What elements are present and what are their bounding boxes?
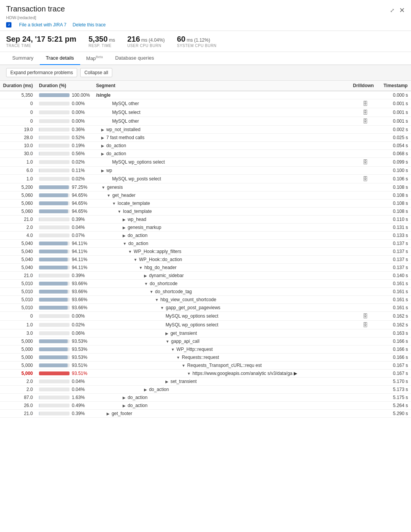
expand-arrow-icon[interactable]: ▶ (123, 404, 127, 408)
pct-text: 0.00% (72, 118, 85, 124)
expand-arrow-icon[interactable]: ▶ (101, 152, 105, 156)
expand-arrow-icon[interactable]: ▶ (107, 412, 111, 416)
expand-arrow-icon[interactable]: ▶ (101, 144, 105, 148)
duration-ms: 0 (0, 99, 36, 108)
expand-arrow-icon[interactable]: ▶ (165, 331, 170, 336)
collapse-arrow-icon[interactable]: ▼ (117, 209, 122, 214)
segment: /single (93, 91, 350, 99)
expand-arrow-icon[interactable]: ▶ (165, 380, 170, 384)
segment-text: locate_template (118, 201, 150, 206)
drilldown-icon[interactable]: 🗄 (362, 313, 368, 319)
pct-text: 0.02% (72, 176, 85, 182)
drilldown[interactable]: 🗄 (350, 117, 380, 126)
timestamp: 0.163 s (380, 329, 411, 337)
drilldown-icon[interactable]: 🗄 (362, 159, 368, 165)
drilldown-icon[interactable]: 🗄 (362, 176, 368, 182)
duration-ms: 21.0 (0, 272, 36, 280)
collapse-arrow-icon[interactable]: ▼ (139, 266, 144, 270)
expand-arrow-icon[interactable]: ▶ (123, 396, 127, 400)
duration-pct: 93.66% (36, 288, 93, 296)
tab-trace-details[interactable]: Trace details (40, 52, 80, 65)
expand-arrow-icon[interactable]: ▶ (101, 136, 105, 140)
timestamp: 0.002 s (380, 126, 411, 134)
collapse-arrow-icon[interactable]: ▼ (107, 193, 112, 198)
pct-text: 0.56% (72, 151, 85, 156)
timestamp: 5.175 s (380, 394, 411, 402)
metric-label-user-cpu: USER CPU BURN (127, 44, 165, 48)
pct-text: 0.07% (72, 233, 85, 238)
segment-text: Requests::request (182, 355, 219, 360)
collapse-arrow-icon[interactable]: ▼ (133, 258, 138, 262)
segment-text: wp (106, 168, 112, 173)
drilldown[interactable]: 🗄 (350, 175, 380, 183)
timestamp: 0.162 s (380, 312, 411, 321)
collapse-arrow-icon[interactable]: ▼ (144, 282, 149, 286)
duration-bar (39, 266, 68, 269)
segment: ▶ genesis_markup (93, 224, 350, 232)
action-delete[interactable]: Delete this trace (73, 22, 106, 28)
drilldown[interactable]: 🗄 (350, 108, 380, 117)
expand-arrow-icon[interactable]: ▶ (123, 225, 127, 230)
drilldown-icon[interactable]: 🗄 (362, 109, 368, 115)
timestamp: 0.137 s (380, 256, 411, 264)
segment: ▼ gapp_api_call (93, 337, 350, 345)
drilldown[interactable]: 🗄 (350, 99, 380, 108)
expand-arrow-icon[interactable]: ▶ (101, 169, 105, 173)
collapse-arrow-icon[interactable]: ▼ (112, 201, 117, 206)
collapse-arrow-icon[interactable]: ▼ (155, 298, 160, 302)
collapse-arrow-icon[interactable]: ▼ (187, 371, 192, 376)
table-row: 5,04094.11%▼ do_action0.137 s (0, 240, 411, 248)
close-button[interactable]: ✕ (399, 6, 405, 15)
expand-arrow-icon[interactable]: ▶ (101, 128, 105, 132)
metric-unit-sys-cpu: ms (1.12%) (185, 37, 210, 43)
timestamp: 5.290 s (380, 410, 411, 418)
collapse-arrow-icon[interactable]: ▼ (149, 290, 154, 294)
drilldown-icon[interactable]: 🗄 (362, 322, 368, 328)
drilldown[interactable]: 🗄 (350, 158, 380, 167)
collapse-all-button[interactable]: Collapse all (80, 68, 112, 77)
metric-trace-time: Sep 24, '17 5:21 pmTRACE TIME (6, 35, 76, 48)
duration-pct: 0.39% (36, 216, 93, 224)
expand-arrow-icon[interactable]: ▶ (144, 388, 148, 392)
duration-bar (39, 258, 68, 261)
collapse-arrow-icon[interactable]: ▼ (165, 339, 170, 344)
action-jira[interactable]: File a ticket with JIRA 7 (19, 22, 66, 28)
collapse-arrow-icon[interactable]: ▼ (123, 242, 128, 246)
pct-text: 93.53% (72, 347, 87, 352)
segment: ▶ get_transient (93, 329, 350, 337)
duration-ms: 28.0 (0, 134, 36, 142)
expand-performance-button[interactable]: Expand performance problems (6, 68, 77, 77)
tab-database[interactable]: Database queries (109, 52, 160, 65)
collapse-arrow-icon[interactable]: ▼ (176, 355, 181, 360)
collapse-arrow-icon[interactable]: ▼ (101, 185, 106, 190)
drilldown-icon[interactable]: 🗄 (362, 101, 368, 107)
timestamp: 5.170 s (380, 378, 411, 386)
segment: ▼ WP_Http::request (93, 345, 350, 354)
timestamp: 0.054 s (380, 142, 411, 150)
duration-ms: 5,000 (0, 354, 36, 362)
duration-ms: 21.0 (0, 216, 36, 224)
expand-arrow-icon[interactable]: ▶ (123, 234, 127, 238)
collapse-arrow-icon[interactable]: ▼ (171, 347, 176, 352)
duration-ms: 4.0 (0, 232, 36, 240)
timestamp: 0.108 s (380, 208, 411, 216)
collapse-arrow-icon[interactable]: ▼ (160, 306, 165, 310)
collapse-arrow-icon[interactable]: ▼ (128, 250, 133, 254)
duration-bar (39, 298, 68, 302)
drilldown-icon[interactable]: 🗄 (362, 118, 368, 124)
drilldown (350, 142, 380, 150)
expand-arrow-icon[interactable]: ▶ (123, 217, 127, 222)
tab-summary[interactable]: Summary (6, 52, 40, 65)
drilldown[interactable]: 🗄 (350, 312, 380, 321)
duration-pct: 0.00% (36, 108, 93, 117)
timestamp: 0.001 s (380, 108, 411, 117)
duration-ms: 21.0 (0, 410, 36, 418)
pct-text: 1.63% (72, 395, 85, 400)
drilldown (350, 378, 380, 386)
segment-text: do_action (106, 151, 126, 156)
tab-map[interactable]: MapBeta (80, 52, 109, 65)
drilldown[interactable]: 🗄 (350, 321, 380, 329)
collapse-arrow-icon[interactable]: ▼ (181, 363, 186, 368)
expand-arrow-icon[interactable]: ▶ (144, 274, 148, 278)
expand-button[interactable]: ⤢ (390, 7, 395, 13)
